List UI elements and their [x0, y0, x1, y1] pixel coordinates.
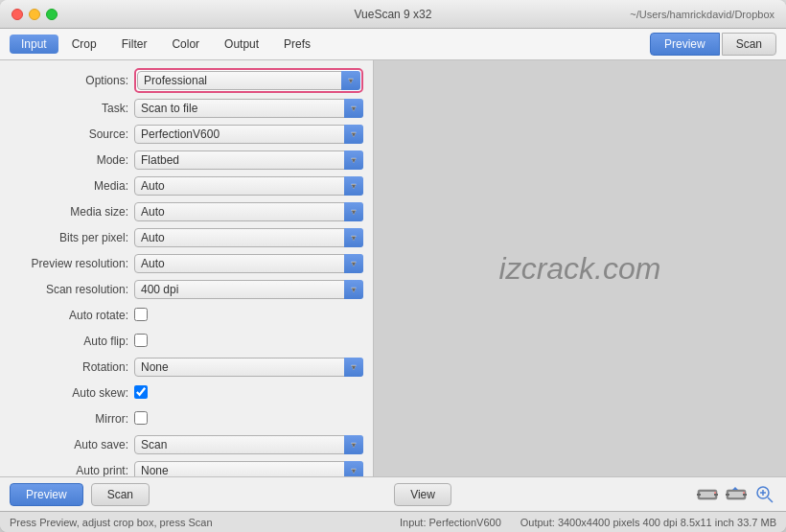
maximize-button[interactable]	[46, 9, 58, 20]
media-row: Media: Auto ▼	[10, 175, 363, 197]
auto-print-dropdown-btn[interactable]: ▼	[344, 461, 363, 476]
mirror-checkbox[interactable]	[134, 411, 148, 425]
close-button[interactable]	[12, 9, 23, 20]
auto-print-row: Auto print: None ▼	[10, 460, 363, 476]
tab-output[interactable]: Output	[213, 35, 270, 54]
media-select-wrapper: Auto ▼	[134, 176, 363, 196]
bottom-view-button[interactable]: View	[394, 483, 451, 506]
mode-label: Mode:	[10, 153, 134, 167]
tab-input[interactable]: Input	[10, 35, 58, 54]
options-highlight: Professional ▼	[134, 68, 363, 93]
minimize-button[interactable]	[29, 9, 40, 20]
preview-res-dropdown-btn[interactable]: ▼	[344, 254, 363, 273]
options-dropdown-btn[interactable]: ▼	[341, 71, 360, 90]
svg-marker-10	[732, 487, 738, 490]
bits-select[interactable]: Auto	[134, 228, 363, 247]
auto-save-label: Auto save:	[10, 438, 134, 451]
options-control-wrap: Professional ▼	[134, 68, 363, 93]
options-select-wrapper: Professional ▼	[137, 71, 360, 90]
tab-prefs[interactable]: Prefs	[272, 35, 322, 54]
source-select[interactable]: PerfectionV600	[134, 125, 363, 144]
auto-rotate-label: Auto rotate:	[10, 309, 134, 322]
tab-filter[interactable]: Filter	[110, 35, 159, 54]
media-dropdown-btn[interactable]: ▼	[344, 176, 363, 196]
window-path: ~/Users/hamrickdavid/Dropbox	[630, 9, 774, 20]
scanner2-icon[interactable]	[725, 485, 748, 504]
svg-rect-6	[728, 492, 744, 497]
media-select[interactable]: Auto	[134, 176, 363, 196]
app-window: VueScan 9 x32 ~/Users/hamrickdavid/Dropb…	[0, 0, 786, 532]
options-select[interactable]: Professional	[137, 71, 360, 90]
task-select[interactable]: Scan to file	[134, 99, 363, 118]
preview-res-select-wrapper: Auto ▼	[134, 254, 363, 273]
auto-rotate-control	[134, 308, 363, 324]
window-title: VueScan 9 x32	[355, 8, 432, 21]
scan-res-dropdown-btn[interactable]: ▼	[344, 280, 363, 299]
preview-res-select[interactable]: Auto	[134, 254, 363, 273]
bottom-preview-button[interactable]: Preview	[10, 483, 83, 506]
bits-control: Auto ▼	[134, 228, 363, 247]
rotation-control: None ▼	[134, 358, 363, 377]
status-center: Input: PerfectionV600	[400, 517, 501, 528]
mirror-row: Mirror:	[10, 408, 363, 429]
media-size-row: Media size: Auto ▼	[10, 201, 363, 222]
auto-flip-checkbox[interactable]	[134, 334, 148, 347]
tab-crop[interactable]: Crop	[60, 35, 108, 54]
media-label: Media:	[10, 179, 134, 193]
svg-line-12	[768, 497, 773, 502]
svg-point-4	[714, 492, 716, 494]
bits-select-wrapper: Auto ▼	[134, 228, 363, 247]
traffic-lights	[12, 9, 58, 20]
media-size-select[interactable]: Auto	[134, 202, 363, 221]
titlebar: VueScan 9 x32 ~/Users/hamrickdavid/Dropb…	[0, 0, 786, 29]
source-dropdown-btn[interactable]: ▼	[344, 125, 363, 144]
scan-res-select[interactable]: 400 dpi	[134, 280, 363, 299]
auto-print-select-wrapper: None ▼	[134, 461, 363, 476]
auto-save-select-wrapper: Scan ▼	[134, 435, 363, 454]
rotation-row: Rotation: None ▼	[10, 357, 363, 378]
watermark: izcrack.com	[499, 251, 661, 287]
auto-save-dropdown-btn[interactable]: ▼	[344, 435, 363, 454]
rotation-dropdown-btn[interactable]: ▼	[344, 358, 363, 377]
media-size-dropdown-btn[interactable]: ▼	[344, 202, 363, 221]
zoom-icon[interactable]	[753, 485, 776, 504]
bottom-icons	[696, 485, 776, 504]
bits-label: Bits per pixel:	[10, 231, 134, 244]
auto-rotate-checkbox[interactable]	[134, 308, 148, 321]
auto-skew-row: Auto skew:	[10, 382, 363, 404]
scan-res-row: Scan resolution: 400 dpi ▼	[10, 279, 363, 300]
svg-point-9	[743, 492, 745, 494]
preview-res-row: Preview resolution: Auto ▼	[10, 253, 363, 274]
auto-print-label: Auto print:	[10, 464, 134, 476]
scanner-icon[interactable]	[696, 485, 719, 504]
source-label: Source:	[10, 127, 134, 141]
auto-print-select[interactable]: None	[134, 461, 363, 476]
left-panel: Options: Professional ▼	[0, 60, 374, 476]
auto-save-select[interactable]: Scan	[134, 435, 363, 454]
tab-color[interactable]: Color	[160, 35, 211, 54]
bits-dropdown-btn[interactable]: ▼	[344, 228, 363, 247]
bottom-scan-button[interactable]: Scan	[91, 483, 150, 506]
status-right: Output: 3400x4400 pixels 400 dpi 8.5x11 …	[520, 517, 776, 528]
scan-res-control: 400 dpi ▼	[134, 280, 363, 299]
mirror-label: Mirror:	[10, 412, 134, 426]
mirror-control	[134, 411, 363, 428]
mode-select[interactable]: Flatbed	[134, 150, 363, 170]
auto-skew-checkbox[interactable]	[134, 385, 148, 399]
bottom-toolbar: Preview Scan View	[0, 476, 786, 511]
toolbar-scan-button[interactable]: Scan	[722, 33, 776, 56]
status-left: Press Preview, adjust crop box, press Sc…	[10, 517, 381, 528]
svg-rect-3	[714, 494, 718, 496]
options-row: Options: Professional ▼	[10, 68, 363, 93]
rotation-select-wrapper: None ▼	[134, 358, 363, 377]
mode-dropdown-btn[interactable]: ▼	[344, 150, 363, 170]
task-dropdown-btn[interactable]: ▼	[344, 99, 363, 118]
auto-skew-label: Auto skew:	[10, 386, 134, 400]
form-scroll: Options: Professional ▼	[0, 60, 373, 476]
rotation-label: Rotation:	[10, 360, 134, 374]
preview-res-control: Auto ▼	[134, 254, 363, 273]
rotation-select[interactable]: None	[134, 358, 363, 377]
mode-select-wrapper: Flatbed ▼	[134, 150, 363, 170]
mode-row: Mode: Flatbed ▼	[10, 150, 363, 171]
toolbar-preview-button[interactable]: Preview	[650, 33, 720, 56]
